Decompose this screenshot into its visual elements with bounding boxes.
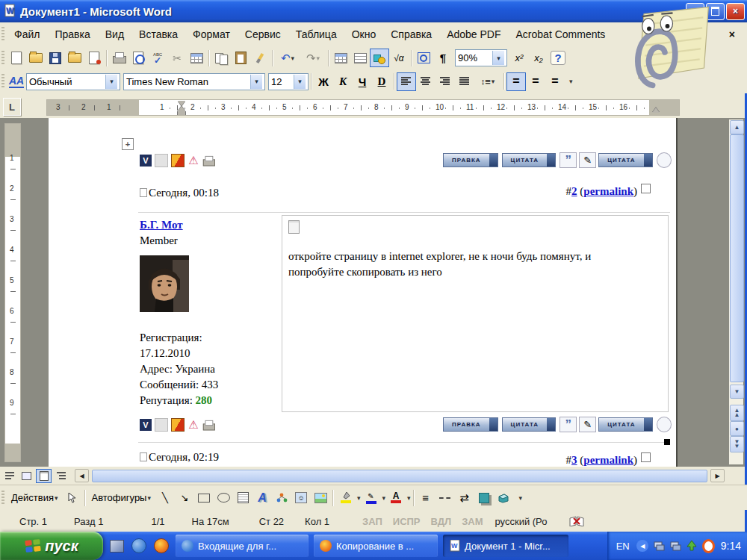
show-paragraph-marks-icon[interactable]: ¶: [433, 49, 453, 67]
network-icon[interactable]: [669, 540, 682, 553]
language-indicator[interactable]: EN: [616, 541, 630, 552]
justify-icon[interactable]: [455, 72, 474, 91]
menu-close-icon[interactable]: ×: [722, 25, 743, 43]
insert-table-icon[interactable]: [331, 49, 350, 67]
warning-icon[interactable]: ⚠: [187, 419, 199, 431]
paste-icon[interactable]: [231, 49, 250, 67]
menu-edit[interactable]: Правка: [47, 25, 97, 43]
rectangle-icon[interactable]: [194, 488, 214, 507]
font-dropdown-icon[interactable]: ▾: [250, 75, 262, 89]
outline-view-icon[interactable]: [53, 469, 69, 483]
italic-button[interactable]: К: [333, 72, 353, 91]
task-firefox[interactable]: Копирование в ...: [314, 535, 438, 557]
post2-checkbox[interactable]: [641, 452, 651, 462]
web-layout-view-icon[interactable]: [19, 469, 34, 483]
document-map-icon[interactable]: [414, 49, 433, 67]
undo-icon[interactable]: ↶▾: [275, 49, 300, 67]
quick-launch-thunderbird-icon[interactable]: [130, 537, 148, 555]
select-objects-icon[interactable]: [63, 488, 82, 507]
font-color-dropdown-icon[interactable]: ▾: [407, 494, 411, 502]
font-size-combo[interactable]: 12 ▾: [268, 73, 309, 90]
spacing-double-icon[interactable]: =: [545, 72, 565, 91]
print-icon[interactable]: [109, 49, 128, 67]
status-mode-rec[interactable]: ЗАП: [362, 516, 382, 527]
open-icon[interactable]: [26, 49, 46, 67]
status-mode-trk[interactable]: ИСПР: [393, 516, 421, 527]
spacing-1-5-icon[interactable]: =: [526, 72, 545, 91]
mail-icon[interactable]: [65, 49, 84, 67]
fill-color-icon[interactable]: [335, 488, 356, 507]
cut-icon[interactable]: ✂: [167, 49, 187, 67]
network-icon[interactable]: [653, 540, 666, 553]
quote-button[interactable]: ЦИТАТА: [502, 417, 557, 432]
scroll-down-icon[interactable]: ▼: [730, 385, 744, 399]
style-dropdown-icon[interactable]: ▾: [105, 75, 117, 89]
print-preview-icon[interactable]: [128, 49, 148, 67]
print-layout-view-icon[interactable]: [36, 469, 52, 483]
report-icon[interactable]: [171, 154, 185, 167]
zoom-combo[interactable]: 90% ▾: [455, 49, 507, 66]
draw-actions-menu[interactable]: Действия▾: [7, 491, 63, 505]
vbulletin-icon[interactable]: V: [140, 155, 152, 167]
align-left-icon[interactable]: [397, 72, 416, 91]
insert-columns-icon[interactable]: [350, 49, 370, 67]
menu-format[interactable]: Формат: [185, 25, 238, 43]
first-line-indent-marker[interactable]: [178, 101, 185, 106]
status-mode-ovr[interactable]: ЗАМ: [462, 516, 483, 527]
multiquote-button[interactable]: ЦИТАТА: [598, 153, 653, 167]
new-document-icon[interactable]: [7, 49, 26, 67]
quick-quote-icon[interactable]: ”: [560, 152, 577, 168]
redo-icon[interactable]: ↷▾: [300, 49, 326, 67]
clock[interactable]: 9:14: [721, 540, 741, 552]
toolbar-grip[interactable]: [1, 491, 4, 505]
task-word[interactable]: W Документ 1 - Micr...: [443, 535, 568, 557]
menu-help[interactable]: Справка: [383, 25, 439, 43]
previous-page-icon[interactable]: ▲▲: [730, 405, 744, 421]
start-button[interactable]: пуск: [0, 532, 103, 560]
drawing-icon[interactable]: [370, 49, 389, 67]
toolbar-options-icon[interactable]: ▾: [569, 78, 573, 85]
multiquote-button[interactable]: ЦИТАТА: [598, 417, 653, 432]
superscript-icon[interactable]: x²: [509, 49, 529, 67]
scroll-right-icon[interactable]: ▶: [710, 469, 725, 482]
help-icon[interactable]: ?: [548, 49, 568, 67]
print-post-icon[interactable]: [202, 155, 214, 167]
post1-checkbox[interactable]: [641, 184, 651, 193]
status-language[interactable]: русский (Ро: [495, 516, 548, 527]
report-icon[interactable]: [171, 418, 185, 432]
text-box-icon[interactable]: [233, 488, 252, 507]
font-combo[interactable]: Times New Roman ▾: [123, 73, 265, 90]
styles-and-formatting-icon[interactable]: AA: [7, 72, 26, 91]
edit-button[interactable]: ПРАВКА: [443, 417, 498, 432]
menu-view[interactable]: Вид: [98, 25, 131, 43]
arrow-icon[interactable]: ↘: [175, 488, 194, 507]
underline-button[interactable]: Ч: [353, 72, 372, 91]
style-combo[interactable]: Обычный ▾: [26, 73, 120, 90]
arrow-style-icon[interactable]: ⇄: [455, 488, 474, 507]
align-right-icon[interactable]: [436, 72, 455, 91]
close-button[interactable]: ×: [726, 3, 745, 20]
menu-adobe-pdf[interactable]: Adobe PDF: [439, 25, 508, 43]
menu-insert[interactable]: Вставка: [131, 25, 185, 43]
subscript-icon[interactable]: x₂: [529, 49, 548, 67]
task-thunderbird[interactable]: Входящие для г...: [176, 535, 309, 557]
next-page-icon[interactable]: ▼▼: [730, 436, 744, 452]
hanging-indent-marker[interactable]: [178, 106, 185, 111]
wordart-icon[interactable]: A: [252, 488, 272, 507]
toolbar-grip[interactable]: [1, 27, 4, 42]
hscroll-thumb[interactable]: [92, 470, 707, 482]
table-move-handle[interactable]: +: [122, 138, 134, 150]
clip-art-icon[interactable]: ☺: [291, 488, 311, 507]
3d-style-icon[interactable]: [494, 488, 513, 507]
quote-button[interactable]: ЦИТАТА: [502, 153, 557, 167]
picture-icon[interactable]: [311, 488, 330, 507]
normal-view-icon[interactable]: [1, 469, 17, 483]
quick-quote-icon[interactable]: ”: [560, 417, 577, 432]
shadow-style-icon[interactable]: [474, 488, 494, 507]
zoom-dropdown-icon[interactable]: ▾: [492, 51, 504, 65]
autoshapes-menu[interactable]: Автофигуры▾: [87, 491, 156, 505]
user-status-icon[interactable]: [155, 418, 168, 432]
edit-button[interactable]: ПРАВКА: [443, 153, 498, 167]
office-assistant-clippy[interactable]: [617, 0, 713, 96]
right-indent-marker[interactable]: [652, 108, 660, 113]
